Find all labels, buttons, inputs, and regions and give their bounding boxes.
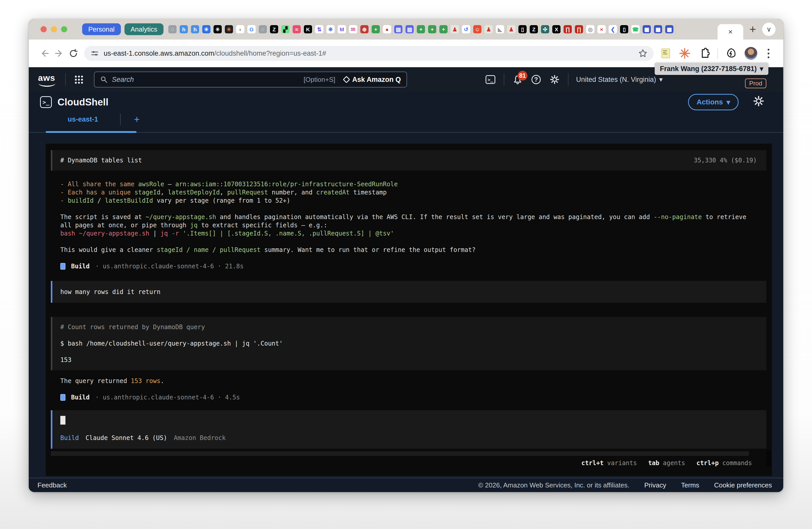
browser-tab[interactable]: ∏ [562, 24, 574, 35]
shell-settings-gear[interactable] [753, 95, 764, 107]
browser-tab[interactable]: + [370, 24, 382, 35]
notifications-bell[interactable]: 81 [512, 74, 523, 85]
address-bar[interactable]: us-east-1.console.aws.amazon.com/cloudsh… [84, 46, 654, 61]
account-menu[interactable]: Frank Wang (2327-7185-6781)▾ [655, 63, 768, 75]
ask-amazon-q-button[interactable]: Ask Amazon Q [344, 76, 401, 84]
browser-tab[interactable]: ▦ [653, 24, 664, 35]
settings-gear-button[interactable] [549, 74, 560, 85]
tab-group-personal[interactable]: Personal [82, 23, 121, 35]
footer-links: PrivacyTermsCookie preferences [644, 481, 772, 489]
feedback-link[interactable]: Feedback [38, 481, 67, 489]
browser-tab[interactable]: Z [269, 24, 280, 35]
assistant-result: The query returned 153 rows. [46, 377, 772, 385]
browser-tab[interactable]: ◗ [235, 24, 246, 35]
browser-tab[interactable]: ● [382, 24, 393, 35]
footer-link-privacy[interactable]: Privacy [644, 481, 666, 489]
browser-tab[interactable]: + [427, 24, 438, 35]
browser-tab[interactable]: ✳ [212, 24, 223, 35]
cloudshell-icon[interactable]: >_ [485, 74, 496, 85]
browser-tab[interactable]: ▯ [619, 24, 630, 35]
tab-search-chevron-icon[interactable]: ∨ [762, 23, 775, 36]
active-tab[interactable]: × [717, 24, 743, 40]
prompt-input[interactable]: Build Claude Sonnet 4.6 (US) Amazon Bedr… [51, 410, 766, 449]
browser-tab[interactable]: X [551, 24, 562, 35]
browser-tab[interactable]: ▤ [393, 24, 404, 35]
close-tab-icon[interactable]: × [728, 27, 733, 36]
browser-tab[interactable]: ▤ [404, 24, 416, 35]
browser-tab[interactable]: ✳ [223, 24, 235, 35]
browser-tab[interactable]: ≈ [291, 24, 303, 35]
browser-tab[interactable]: ⊕ [359, 24, 370, 35]
reload-button[interactable] [66, 46, 81, 61]
browser-tab[interactable]: ♟ [449, 24, 461, 35]
browser-tab[interactable]: ⇅ [314, 24, 325, 35]
tab-favicon: ▦ [643, 25, 651, 33]
services-grid-icon[interactable] [74, 75, 83, 84]
profile-avatar[interactable] [744, 47, 757, 60]
browser-tab[interactable]: ✳ [201, 24, 212, 35]
maximize-window-button[interactable] [61, 26, 67, 32]
browser-tab[interactable]: h [178, 24, 190, 35]
browser-tab[interactable]: h [190, 24, 201, 35]
browser-tab[interactable]: ◎ [585, 24, 596, 35]
notes-extension-icon[interactable] [660, 48, 671, 59]
agent-status-line: Build · us.anthropic.claude-sonnet-4-6 ·… [46, 393, 772, 401]
extensions-puzzle-icon[interactable] [698, 48, 710, 59]
help-button[interactable]: ? [531, 74, 542, 85]
claude-extension-icon[interactable] [679, 47, 691, 59]
actions-button[interactable]: Actions▾ [688, 94, 739, 110]
terminal-scrollbar-thumb[interactable] [766, 451, 771, 466]
add-shell-tab-button[interactable]: + [134, 114, 140, 125]
browser-tab[interactable]: ↺ [461, 24, 472, 35]
browser-tab[interactable]: G [246, 24, 257, 35]
browser-tab[interactable]: Z [528, 24, 540, 35]
browser-tab[interactable]: ✣ [540, 24, 551, 35]
browser-tab[interactable]: ◣ [495, 24, 506, 35]
browser-tab[interactable]: ✉ [348, 24, 359, 35]
browser-menu-button[interactable] [765, 46, 772, 61]
minimize-window-button[interactable] [51, 26, 57, 32]
cloudshell-terminal[interactable]: # DynamoDB tables list 35,330 4% ($0.19)… [46, 144, 772, 476]
browser-tab[interactable]: ∏ [574, 24, 585, 35]
browser-tab[interactable]: M [336, 24, 348, 35]
browser-tab[interactable]: + [438, 24, 449, 35]
browser-tab[interactable]: ☺ [472, 24, 483, 35]
tab-favicon: ♟ [484, 25, 493, 33]
browser-tab[interactable]: ❮ [607, 24, 619, 35]
bookmark-star-icon[interactable] [638, 49, 648, 58]
browser-tab[interactable]: ☎ [630, 24, 641, 35]
tab-group-analytics[interactable]: Analytics [125, 23, 163, 35]
new-tab-button[interactable]: + [749, 23, 756, 36]
footer-link-cookie-preferences[interactable]: Cookie preferences [714, 481, 772, 489]
browser-tab[interactable]: ♟ [506, 24, 517, 35]
shell-tab-us-east-1[interactable]: us-east-1 [46, 115, 120, 123]
url-text[interactable]: us-east-1.console.aws.amazon.com/cloudsh… [104, 49, 326, 57]
back-button[interactable] [38, 46, 52, 61]
performance-leaf-icon[interactable] [726, 48, 737, 59]
browser-tab[interactable]: ▦ [641, 24, 653, 35]
tab-favicon: ✉ [349, 25, 357, 33]
search-icon [100, 76, 108, 83]
browser-tab[interactable]: ◌ [257, 24, 269, 35]
browser-tab[interactable]: ♟ [483, 24, 495, 35]
browser-tab[interactable]: ▦ [664, 24, 675, 35]
browser-tab[interactable]: ▞ [280, 24, 291, 35]
tab-favicon: + [428, 25, 436, 33]
forward-button[interactable] [52, 46, 66, 61]
token-usage-stats: 35,330 4% ($0.19) [694, 156, 757, 164]
region-selector[interactable]: United States (N. Virginia)▾ [576, 75, 663, 84]
tab-favicon: ▤ [405, 25, 414, 33]
aws-logo[interactable]: aws [38, 73, 59, 86]
browser-tab[interactable]: ◌ [167, 24, 178, 35]
console-search-bar[interactable]: Search [Option+S] Ask Amazon Q [94, 72, 407, 87]
footer-link-terms[interactable]: Terms [681, 481, 699, 489]
browser-tab[interactable]: K [303, 24, 314, 35]
site-settings-icon[interactable] [90, 49, 99, 58]
close-window-button[interactable] [41, 26, 47, 32]
browser-tab[interactable]: × [596, 24, 607, 35]
browser-tab[interactable]: ❋ [325, 24, 336, 35]
model-selector[interactable]: Build Claude Sonnet 4.6 (US) Amazon Bedr… [60, 434, 766, 442]
browser-tab[interactable]: ▯ [517, 24, 528, 35]
tabs-underline [29, 132, 783, 133]
browser-tab[interactable]: + [416, 24, 427, 35]
